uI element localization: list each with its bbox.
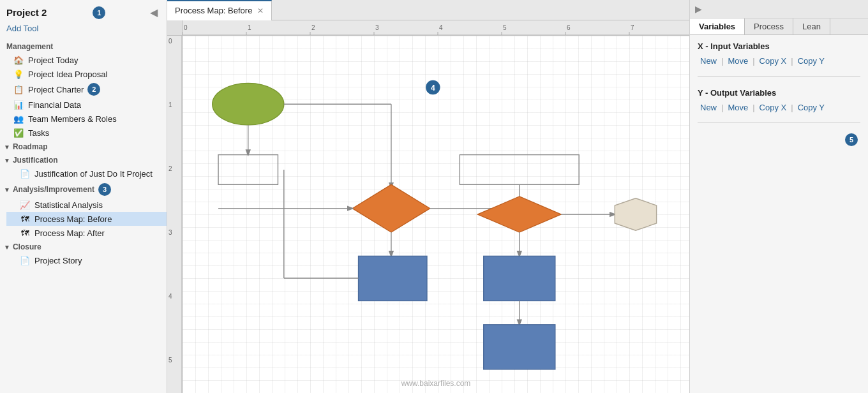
svg-text:4: 4 — [168, 293, 172, 300]
right-tabs: Variables Process Lean — [690, 19, 868, 35]
ruler-vertical: 0 1 2 3 4 5 — [167, 36, 183, 393]
svg-text:3: 3 — [375, 24, 379, 31]
analysis-items: 📈 Statistical Analysis 🗺 Process Map: Be… — [0, 198, 167, 240]
svg-text:0: 0 — [184, 24, 188, 31]
roadmap-label: Roadmap — [13, 142, 48, 151]
badge-2: 2 — [87, 83, 100, 96]
hexagon-shape[interactable] — [615, 198, 656, 230]
ruler-corner — [167, 20, 183, 36]
right-panel: ▶ Variables Process Lean X - Input Varia… — [689, 0, 868, 393]
map-before-icon: 🗺 — [19, 214, 31, 224]
badge-3: 3 — [98, 183, 111, 196]
sidebar-item-label: Tasks — [28, 128, 49, 138]
tab-label: Process Map: Before — [175, 6, 252, 15]
sidebar-item-label: Team Members & Roles — [28, 114, 117, 124]
sidebar-item-label: Project Story — [34, 256, 82, 265]
add-tool-button[interactable]: Add Tool — [0, 22, 167, 38]
svg-text:2: 2 — [168, 165, 172, 172]
tab-lean[interactable]: Lean — [793, 19, 830, 34]
tab-variables[interactable]: Variables — [690, 19, 745, 34]
analysis-section[interactable]: ▼ Analysis/Improvement 3 — [0, 181, 167, 198]
svg-text:1: 1 — [168, 101, 172, 108]
badge-5-area: 5 — [690, 128, 868, 151]
diamond-2[interactable] — [477, 196, 561, 232]
sidebar-item-project-charter[interactable]: 📋 Project Charter 2 — [0, 81, 167, 98]
right-panel-toggle[interactable]: ▶ — [690, 0, 868, 19]
y-move-button[interactable]: Move — [725, 101, 751, 114]
sidebar-item-label: Process Map: Before — [34, 214, 112, 224]
sidebar-item-label: Financial Data — [28, 100, 81, 110]
svg-text:4: 4 — [439, 24, 443, 31]
sidebar-item-project-idea-proposal[interactable]: 💡 Project Idea Proposal — [0, 67, 167, 81]
collapse-button[interactable]: ◀ — [147, 5, 160, 20]
process-rect-1[interactable] — [359, 256, 427, 300]
justification-arrow: ▼ — [4, 157, 10, 164]
process-rect-top-left — [218, 155, 278, 185]
analysis-label: Analysis/Improvement — [13, 185, 94, 194]
y-new-button[interactable]: New — [698, 101, 719, 114]
idea-icon: 💡 — [13, 69, 24, 79]
y-copy-x-button[interactable]: Copy X — [757, 101, 789, 114]
closure-section[interactable]: ▼ Closure — [0, 240, 167, 253]
y-copy-y-button[interactable]: Copy Y — [795, 101, 827, 114]
sidebar-item-process-map-before[interactable]: 🗺 Process Map: Before — [6, 212, 167, 226]
x-variables-title: X - Input Variables — [698, 41, 860, 51]
ruler-horizontal: 0 1 2 3 4 5 6 7 — [183, 20, 689, 36]
justification-section[interactable]: ▼ Justification — [0, 153, 167, 167]
sidebar-item-statistical-analysis[interactable]: 📈 Statistical Analysis — [6, 198, 167, 212]
tab-close-button[interactable]: ✕ — [257, 6, 264, 15]
home-icon: 🏠 — [13, 55, 24, 65]
divider-1: | — [721, 55, 724, 67]
y-variables-section: Y - Output Variables New | Move | Copy X… — [690, 82, 868, 117]
start-shape[interactable] — [213, 83, 284, 124]
svg-text:5: 5 — [168, 357, 172, 364]
svg-text:2: 2 — [311, 24, 315, 31]
closure-arrow: ▼ — [4, 244, 10, 251]
sidebar-item-label: Justification of Just Do It Project — [34, 169, 153, 179]
sidebar-item-project-story[interactable]: 📄 Project Story — [6, 253, 167, 267]
financial-icon: 📊 — [13, 100, 24, 110]
sidebar-item-team-members[interactable]: 👥 Team Members & Roles — [0, 112, 167, 126]
tab-process[interactable]: Process — [745, 19, 793, 34]
divider-4: | — [721, 101, 724, 114]
svg-text:5: 5 — [503, 24, 507, 31]
sidebar-item-label: Project Today — [28, 56, 79, 65]
main-area: Process Map: Before ✕ 0 1 2 3 4 5 6 — [167, 0, 689, 393]
svg-text:0: 0 — [168, 38, 172, 45]
panel-separator-1 — [698, 76, 860, 77]
x-move-button[interactable]: Move — [725, 55, 751, 67]
x-new-button[interactable]: New — [698, 55, 719, 67]
charter-icon: 📋 — [13, 84, 24, 94]
closure-label: Closure — [13, 242, 41, 251]
divider-6: | — [790, 101, 793, 114]
svg-text:6: 6 — [567, 24, 571, 31]
svg-text:7: 7 — [631, 24, 634, 31]
sidebar-item-tasks[interactable]: ✅ Tasks — [0, 126, 167, 140]
sidebar-item-label: Project Idea Proposal — [28, 70, 107, 79]
tabs-bar: Process Map: Before ✕ — [167, 0, 689, 20]
panel-separator-2 — [698, 122, 860, 123]
diamond-1[interactable] — [352, 184, 430, 232]
sidebar-item-justification-just-do-it[interactable]: 📄 Justification of Just Do It Project — [6, 167, 167, 181]
svg-text:3: 3 — [168, 229, 172, 236]
sidebar-item-financial-data[interactable]: 📊 Financial Data — [0, 98, 167, 112]
y-variables-actions: New | Move | Copy X | Copy Y — [698, 101, 860, 114]
divider-2: | — [752, 55, 755, 67]
sidebar-item-process-map-after[interactable]: 🗺 Process Map: After — [6, 226, 167, 240]
canvas-area[interactable]: 0 1 2 3 4 5 6 7 0 — [167, 20, 689, 393]
tasks-icon: ✅ — [13, 128, 24, 138]
process-rect-3[interactable] — [484, 325, 555, 369]
x-copy-y-button[interactable]: Copy Y — [795, 55, 827, 67]
sidebar-item-label: Project Charter — [28, 85, 84, 94]
sidebar-item-project-today[interactable]: 🏠 Project Today — [0, 53, 167, 67]
badge-5: 5 — [845, 133, 858, 146]
justification-label: Justification — [13, 156, 58, 165]
x-copy-x-button[interactable]: Copy X — [757, 55, 789, 67]
closure-items: 📄 Project Story — [0, 253, 167, 267]
project-title: Project 2 — [6, 7, 47, 18]
process-map-diagram: 4 — [183, 36, 689, 393]
roadmap-section[interactable]: ▼ Roadmap — [0, 140, 167, 153]
canvas-diagram[interactable]: 4 www.baixarfiles.com — [183, 36, 689, 393]
process-rect-2[interactable] — [484, 256, 555, 300]
tab-process-map-before[interactable]: Process Map: Before ✕ — [167, 0, 272, 20]
